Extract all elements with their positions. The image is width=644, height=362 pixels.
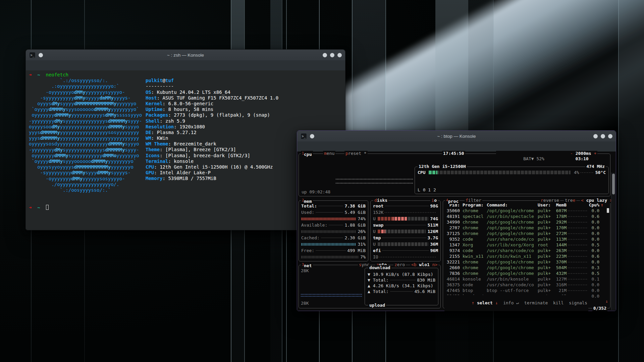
info-line: Terminal: konsole: [146, 159, 278, 164]
pin-button[interactable]: [310, 134, 314, 138]
download-total: ▼ Total:830 MiB: [365, 277, 438, 283]
disk-swap-meter: U126M: [371, 228, 440, 235]
process-row[interactable]: 2660 chrome /opt/google/chrome pulk+ 504…: [443, 265, 610, 270]
minimize-button[interactable]: [593, 134, 598, 138]
upload-speed: ▲ 4.26 KiB/s (34.1 Kibps): [365, 283, 438, 289]
info-button[interactable]: info: [503, 300, 514, 305]
info-line: WM: KWin: [146, 135, 278, 141]
info-line: Host: ASUS TUF Gaming F15 FX507ZC4_FX507…: [146, 95, 278, 101]
process-scrollbar-thumb[interactable]: [607, 208, 609, 213]
upload-total: ▲ Total:45.6 MiB: [365, 289, 438, 294]
konsole-app-icon[interactable]: >_: [301, 133, 307, 139]
btop-net-box: 3net sync auto zero <b wlo1 n> 28K 28K d…: [299, 265, 441, 308]
user-host-line: pulkit@tuf: [146, 78, 278, 83]
maximize-button[interactable]: [330, 53, 334, 57]
process-row[interactable]: 9374 code /usr/share/code/co pulk+ 263M …: [443, 248, 610, 253]
process-list: 35060 chrome /opt/google/chrome pulk+ 60…: [443, 208, 610, 299]
cpu-frequency: 474 MHz: [585, 164, 606, 169]
mem-box-title[interactable]: 2mem: [301, 198, 313, 204]
color-swatch: [186, 187, 194, 193]
terminal-cursor: [46, 205, 49, 210]
net-scale-bottom: 28K: [301, 300, 309, 306]
konsole-scrollbar[interactable]: [611, 173, 615, 310]
process-row[interactable]: 2707 chrome /opt/google/chrome pulk+ 170…: [443, 225, 610, 231]
info-line: Uptime: 8 hours, 58 mins: [146, 107, 278, 112]
process-row[interactable]: 32221 chrome /opt/google/chrome pulk+ 37…: [443, 259, 610, 265]
window-title: ~ : btop — Konsole: [297, 134, 616, 139]
proc-reverse-toggle[interactable]: reverse: [540, 198, 560, 203]
disks-box-title[interactable]: disks: [373, 198, 388, 203]
cpu-model: 12th Gen i5-12500H: [418, 164, 467, 169]
info-line: DE: Plasma 5.27.12: [146, 130, 278, 135]
mem-free-meter: 7%: [299, 254, 368, 260]
download-speed: ▼ 10.9 KiB/s (87.8 Kibps): [365, 272, 438, 277]
disk-tmp-meter: U36M: [371, 241, 440, 247]
cpu-box-title[interactable]: 1cpu: [301, 151, 313, 157]
info-line: Resolution: 644x362: [146, 124, 278, 130]
net-zero-toggle[interactable]: zero: [393, 262, 406, 267]
info-line: Shell: zsh 5.9: [146, 118, 278, 124]
clock: 17:45:50: [442, 151, 465, 156]
process-row[interactable]: 7836 chrome /opt/google/chrome pulk+ 432…: [443, 270, 610, 276]
net-interface-switch[interactable]: <b wlo1 n>: [410, 262, 438, 267]
proc-tree-toggle[interactable]: tree: [564, 198, 576, 203]
preset-button[interactable]: preset *: [344, 151, 368, 156]
menu-bar: [26, 60, 345, 70]
process-row[interactable]: 34990 chrome /opt/google/chrome pulk+ 29…: [443, 219, 610, 225]
process-row[interactable]: 35060 chrome /opt/google/chrome pulk+ 60…: [443, 208, 610, 214]
more-below-icon: ↓: [605, 298, 608, 304]
btop-disks-box: disks io root98G 152K U74G swap511M U126…: [370, 200, 441, 261]
color-swatch: [195, 193, 203, 199]
process-row[interactable]: 9352 code /usr/share/code/co pulk+ 113M …: [443, 236, 610, 242]
net-graph-baseline: [301, 294, 362, 295]
color-swatch: [203, 193, 211, 199]
cpu-history-graph: [336, 183, 413, 184]
process-row[interactable]: 2155 kwin_x11 /usr/bin/kwin_x11 pulk+ 22…: [443, 253, 610, 259]
maximize-button[interactable]: [601, 134, 605, 138]
proc-box-title[interactable]: 4proc: [445, 198, 460, 204]
color-swatch: [154, 187, 162, 193]
color-swatch: [154, 193, 162, 199]
disk-root-meter: U74G: [371, 216, 440, 222]
process-row[interactable]: 37125 chrome /opt/google/chrome pulk+ 27…: [443, 231, 610, 236]
scrollbar-thumb[interactable]: [612, 174, 615, 194]
cpu-temperature: 50°C: [595, 170, 606, 175]
net-stats-panel: download upload ▼ 10.9 KiB/s (87.8 Kibps…: [365, 268, 438, 305]
uptime: up 09:02:48: [302, 189, 330, 195]
menu-bar: [297, 141, 616, 152]
cpu-core-panel: 12th Gen i5-12500H 474 MHz CPU 4% 50°C L…: [415, 167, 609, 194]
process-row[interactable]: 46814 konsole /usr/bin/konsole pulk+ 127…: [443, 276, 610, 282]
close-button[interactable]: [337, 53, 342, 57]
command-text: neofetch: [46, 72, 68, 77]
kill-button[interactable]: kill: [553, 300, 564, 305]
mem-used-meter: 74%: [299, 216, 368, 222]
titlebar[interactable]: >_ ~ : zsh — Konsole: [26, 50, 345, 60]
process-row[interactable]: 47445 btop btop --utf-force pulk+ 21M 0.…: [443, 288, 610, 293]
info-line: Icons: [Plasma], breeze-dark [GTK2/3]: [146, 153, 278, 159]
color-swatch: [178, 187, 186, 193]
terminate-button[interactable]: terminate: [524, 300, 548, 305]
close-button[interactable]: [608, 134, 612, 138]
proc-filter-button[interactable]: filter: [465, 198, 482, 203]
pin-button[interactable]: [39, 53, 43, 57]
signals-button[interactable]: signals: [569, 300, 587, 305]
titlebar[interactable]: >_ ~ : btop — Konsole: [297, 131, 616, 141]
info-line: OS: Kubuntu 24.04.2 LTS x86_64: [146, 89, 278, 95]
process-row[interactable]: 48191 spectacl /usr/bin/spectacle pulk+ …: [443, 214, 610, 219]
upload-title: upload: [368, 303, 386, 308]
io-toggle[interactable]: io: [430, 198, 438, 203]
net-graph-baseline: [301, 296, 362, 297]
konsole-app-icon[interactable]: >_: [29, 52, 36, 58]
menu-button[interactable]: menu: [323, 151, 335, 156]
wallpaper-panel: [618, 0, 644, 362]
download-title: download: [368, 265, 391, 270]
process-row[interactable]: 1347 Xorg /usr/lib/xorg/Xorg root 144M 0…: [443, 242, 610, 248]
update-interval-control[interactable]: - 2000ms +: [569, 151, 597, 156]
color-swatch: [162, 193, 170, 199]
color-swatch: [195, 187, 203, 193]
proc-sort-selector[interactable]: < cpu lazy >: [580, 198, 613, 203]
info-line: CPU: 12th Gen Intel i5-12500H (16) @ 4.5…: [146, 164, 278, 170]
info-line: Kernel: 6.8.0-56-generic: [146, 101, 278, 107]
minimize-button[interactable]: [323, 53, 327, 57]
process-row[interactable]: 36375 code /usr/share/code/co pulk+ 316M…: [443, 282, 610, 288]
